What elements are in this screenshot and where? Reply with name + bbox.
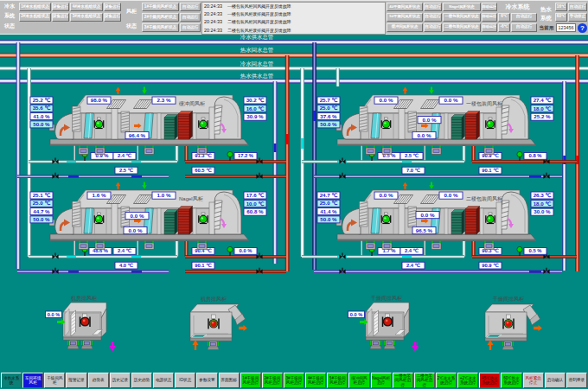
svg-text:0.0 %: 0.0 % [350,312,362,317]
svg-text:25.2 ℃: 25.2 ℃ [33,97,51,103]
svg-text:16.0 ℃: 16.0 ℃ [246,105,265,112]
svg-text:26.3 ℃: 26.3 ℃ [534,192,552,198]
svg-text:7.0 ℃: 7.0 ℃ [406,168,421,173]
svg-text:干燥间排风柜: 干燥间排风柜 [370,295,402,302]
svg-text:0.0 %: 0.0 % [380,192,393,198]
svg-text:90.1 ℃: 90.1 ℃ [195,263,212,268]
svg-text:0.0 %: 0.0 % [131,213,144,219]
svg-text:90.9 ℃: 90.9 ℃ [482,263,499,268]
svg-text:2.5 ℃: 2.5 ℃ [119,168,134,173]
svg-text:2.4 ℃: 2.4 ℃ [118,248,132,253]
svg-text:0.0 %: 0.0 % [444,192,458,198]
svg-text:冷水回水总管: 冷水回水总管 [240,61,274,67]
svg-text:96.5 %: 96.5 % [416,227,433,233]
svg-text:90.1 ℃: 90.1 ℃ [482,168,499,173]
svg-text:0.0 %: 0.0 % [240,248,252,253]
svg-text:17.6 ℃: 17.6 ℃ [246,192,265,198]
svg-text:4.0 ℃: 4.0 ℃ [119,263,134,268]
svg-text:60.8 %: 60.8 % [246,208,264,214]
svg-text:二楼包装间风柜: 二楼包装间风柜 [466,196,502,202]
svg-text:25.7 ℃: 25.7 ℃ [320,97,338,103]
svg-text:2.5 ℃: 2.5 ℃ [405,153,419,158]
svg-text:44.7 %: 44.7 % [33,208,50,214]
svg-text:50.0 %: 50.0 % [33,121,50,127]
svg-text:2.4 ℃: 2.4 ℃ [406,263,421,268]
svg-text:机房排风柜: 机房排风柜 [71,295,97,301]
svg-text:0.0 %: 0.0 % [48,312,60,317]
svg-text:10.0 ℃: 10.0 ℃ [246,201,265,207]
svg-text:96.4 %: 96.4 % [129,132,146,138]
svg-text:24.7 ℃: 24.7 ℃ [320,192,338,198]
svg-text:0.0 %: 0.0 % [418,132,431,138]
svg-text:41.0 %: 41.0 % [33,113,50,119]
svg-text:热水回水总管: 热水回水总管 [240,47,274,54]
svg-text:缓冲间风柜: 缓冲间风柜 [179,101,205,107]
svg-text:0.0 %: 0.0 % [423,117,437,123]
svg-text:0.5 %: 0.5 % [529,248,542,253]
svg-text:30.0 %: 30.0 % [534,208,551,214]
svg-text:30.2 ℃: 30.2 ℃ [246,97,265,103]
svg-text:25.0 ℃: 25.0 ℃ [320,200,338,206]
svg-text:0.0 %: 0.0 % [380,97,393,103]
svg-text:98.0 %: 98.0 % [91,97,108,103]
svg-text:18.0 ℃: 18.0 ℃ [534,201,552,207]
svg-text:25.1 ℃: 25.1 ℃ [33,192,51,198]
svg-text:1.6 %: 1.6 % [93,192,106,198]
svg-text:37.6 %: 37.6 % [320,113,337,119]
svg-text:2.4 ℃: 2.4 ℃ [118,153,132,158]
svg-text:0.8 %: 0.8 % [529,153,542,158]
svg-text:1.0 %: 1.0 % [157,192,171,198]
svg-text:Nagel风柜: Nagel风柜 [179,196,203,201]
svg-text:18.0 ℃: 18.0 ℃ [534,105,552,112]
svg-text:0.0 %: 0.0 % [129,227,143,233]
svg-text:2.4 ℃: 2.4 ℃ [405,248,419,253]
svg-text:冷水供水总管: 冷水供水总管 [240,35,274,41]
svg-text:热水供水总管: 热水供水总管 [240,73,274,80]
svg-text:35.6 ℃: 35.6 ℃ [33,105,51,111]
svg-text:25.0 ℃: 25.0 ℃ [33,200,51,206]
svg-text:一楼包装间风柜: 一楼包装间风柜 [466,101,502,107]
svg-text:50.0 %: 50.0 % [320,121,337,127]
svg-text:27.4 ℃: 27.4 ℃ [534,97,552,103]
svg-text:50.0 %: 50.0 % [320,216,337,222]
svg-text:50.0 %: 50.0 % [33,216,50,222]
svg-text:机房排风柜: 机房排风柜 [201,296,227,302]
svg-text:41.4 %: 41.4 % [320,208,337,214]
svg-text:30.9 %: 30.9 % [246,113,264,119]
svg-text:0.0 %: 0.0 % [444,97,458,103]
svg-text:60.5 ℃: 60.5 ℃ [195,168,212,173]
svg-text:25.2 %: 25.2 % [534,113,551,119]
svg-text:25.0 ℃: 25.0 ℃ [320,105,338,111]
svg-text:2.3 %: 2.3 % [157,97,171,103]
svg-text:17.2 %: 17.2 % [238,153,253,158]
svg-text:干燥间排风柜: 干燥间排风柜 [492,296,524,303]
svg-text:0.0 %: 0.0 % [421,212,435,218]
